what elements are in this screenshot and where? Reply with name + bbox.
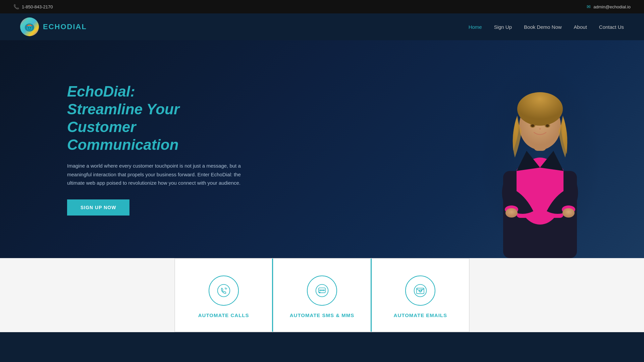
logo-area: ECHODIAL — [20, 17, 87, 36]
feature-card-sms: AUTOMATE SMS & MMS — [273, 258, 371, 332]
svg-point-26 — [323, 290, 324, 291]
svg-point-15 — [531, 124, 534, 127]
nav-signup[interactable]: Sign Up — [494, 24, 512, 30]
svg-point-3 — [28, 27, 29, 28]
feature-title-sms: AUTOMATE SMS & MMS — [290, 312, 354, 318]
topbar-phone-area: 📞 1-850-843-2170 — [13, 4, 53, 9]
calls-icon-wrap — [209, 276, 239, 306]
hero-image — [470, 57, 610, 258]
feature-card-calls: AUTOMATE CALLS — [175, 258, 273, 332]
feature-title-calls: AUTOMATE CALLS — [198, 312, 249, 318]
sms-icon — [315, 283, 329, 298]
feature-title-emails: AUTOMATE EMAILS — [394, 312, 447, 318]
topbar-phone: 1-850-843-2170 — [22, 4, 53, 9]
navbar: ECHODIAL Home Sign Up Book Demo Now Abou… — [0, 13, 644, 40]
hero-section: EchoDial: Streamline Your Customer Commu… — [0, 40, 644, 258]
nav-about[interactable]: About — [574, 24, 587, 30]
features-row: AUTOMATE CALLS AUTOMATE SMS & MMS — [0, 258, 644, 332]
phone-call-icon — [216, 283, 231, 298]
svg-point-25 — [322, 290, 323, 291]
emails-icon-wrap — [405, 276, 435, 306]
features-container: AUTOMATE CALLS AUTOMATE SMS & MMS — [174, 258, 470, 332]
logo-icon — [23, 20, 36, 34]
svg-point-20 — [562, 208, 575, 218]
topbar: 📞 1-850-843-2170 ✉ admin@echodial.io — [0, 0, 644, 13]
svg-point-19 — [505, 208, 518, 218]
svg-point-24 — [320, 290, 321, 291]
nav-links: Home Sign Up Book Demo Now About Contact… — [469, 24, 624, 30]
topbar-email: admin@echodial.io — [593, 4, 631, 9]
signup-button[interactable]: SIGN UP NOW — [67, 199, 129, 216]
nav-contact[interactable]: Contact Us — [599, 24, 624, 30]
svg-point-21 — [217, 285, 230, 297]
svg-point-27 — [414, 285, 427, 297]
logo-text: ECHODIAL — [43, 22, 87, 31]
feature-card-emails: AUTOMATE EMAILS — [372, 258, 469, 332]
hero-content: EchoDial: Streamline Your Customer Commu… — [67, 83, 241, 216]
topbar-email-area: ✉ admin@echodial.io — [587, 4, 631, 9]
hero-description: Imagine a world where every customer tou… — [67, 162, 241, 187]
svg-point-16 — [546, 124, 549, 127]
hero-title: EchoDial: Streamline Your Customer Commu… — [67, 83, 241, 154]
email-icon — [413, 283, 428, 298]
hero-person-svg — [480, 64, 600, 258]
nav-book-demo[interactable]: Book Demo Now — [524, 24, 562, 30]
logo-image — [20, 17, 39, 36]
nav-home[interactable]: Home — [469, 24, 482, 30]
svg-point-12 — [517, 92, 563, 126]
email-icon: ✉ — [587, 4, 591, 9]
svg-point-4 — [30, 27, 31, 28]
features-section: AUTOMATE CALLS AUTOMATE SMS & MMS — [0, 258, 644, 332]
sms-icon-wrap — [307, 276, 337, 306]
phone-icon: 📞 — [13, 4, 19, 9]
